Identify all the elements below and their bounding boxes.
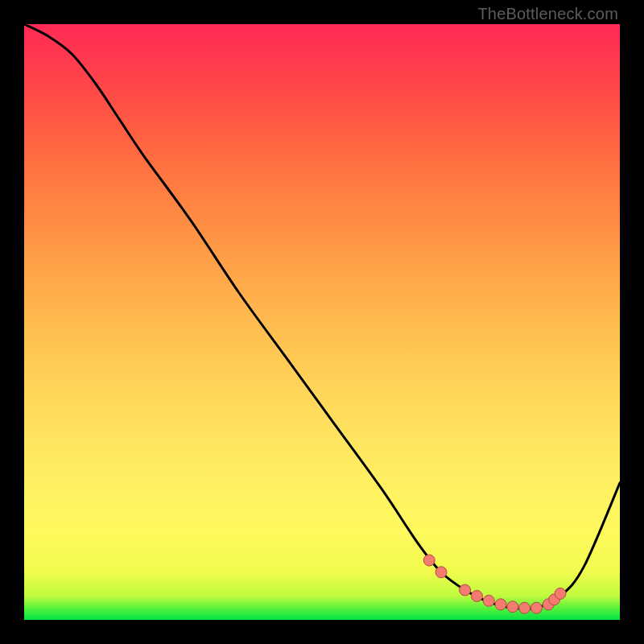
highlight-dot bbox=[471, 590, 482, 601]
watermark-text: TheBottleneck.com bbox=[477, 5, 618, 23]
highlight-dot bbox=[460, 584, 471, 596]
bottleneck-curve bbox=[24, 24, 620, 609]
highlight-dot bbox=[495, 599, 506, 610]
highlight-dot bbox=[507, 601, 518, 613]
highlight-dot bbox=[519, 602, 530, 613]
highlight-dot bbox=[555, 588, 566, 599]
chart-frame: TheBottleneck.com bbox=[0, 0, 644, 644]
curve-svg bbox=[24, 24, 620, 620]
highlight-dots bbox=[423, 555, 566, 613]
plot-area bbox=[24, 24, 620, 620]
highlight-dot bbox=[483, 595, 494, 606]
highlight-dot bbox=[436, 567, 447, 578]
highlight-dot bbox=[530, 602, 542, 613]
highlight-dot bbox=[423, 555, 435, 566]
